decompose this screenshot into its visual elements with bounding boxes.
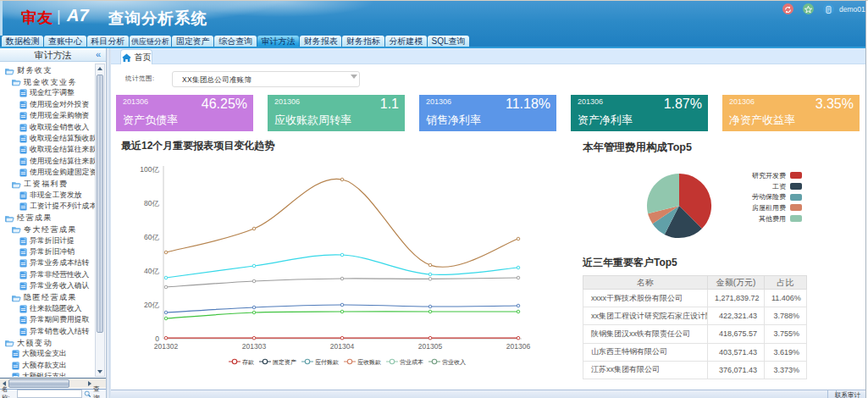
svg-text:201303: 201303 — [242, 342, 267, 351]
svg-text:201306: 201306 — [506, 342, 531, 351]
svg-text:201305: 201305 — [418, 342, 443, 351]
svg-text:应收账款: 应收账款 — [357, 358, 381, 366]
svg-text:40亿: 40亿 — [144, 267, 159, 275]
svg-text:存款: 存款 — [242, 359, 254, 366]
svg-text:应付账款: 应付账款 — [315, 358, 339, 366]
svg-text:营业成本: 营业成本 — [400, 359, 423, 366]
svg-text:60亿: 60亿 — [144, 233, 159, 241]
svg-text:201304: 201304 — [330, 342, 355, 351]
svg-text:营业收入: 营业收入 — [442, 359, 466, 366]
svg-text:100亿: 100亿 — [140, 165, 159, 174]
svg-text:20亿: 20亿 — [144, 301, 159, 309]
svg-text:80亿: 80亿 — [144, 199, 159, 207]
svg-text:固定资产: 固定资产 — [273, 359, 296, 366]
svg-text:201302: 201302 — [154, 342, 179, 351]
